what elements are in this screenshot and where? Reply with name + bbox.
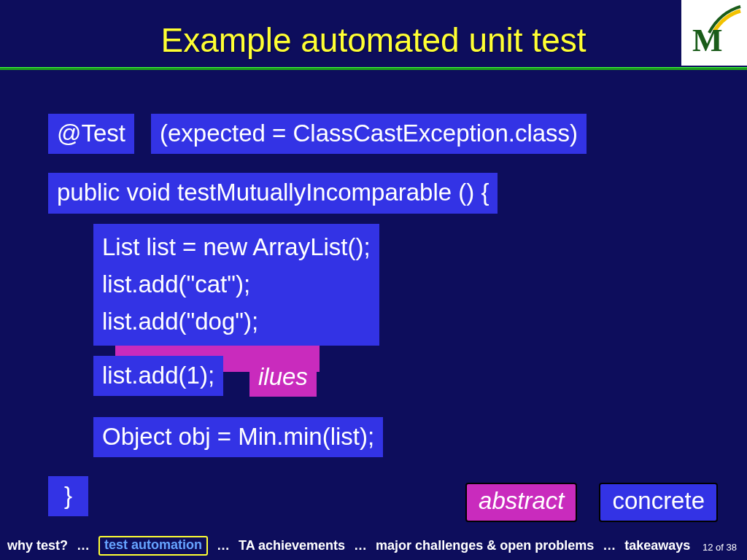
code-block-2: list.add(1); [93,356,223,396]
header-rule [0,67,747,70]
abstract-peek-text: ilues [249,359,317,397]
legend-abstract: abstract [465,483,577,522]
code-signature: public void testMutuallyIncomparable () … [48,173,498,213]
code-expected: (expected = ClassCastException.class) [151,114,587,154]
code-close-brace: } [48,476,88,516]
crumb-whytest: why test? [7,538,68,553]
legend-concrete: concrete [599,483,718,522]
crumb-ta-achievements: TA achievements [239,538,345,553]
code-block-3: Object obj = Min.min(list); [93,417,383,457]
crumb-sep: … [603,538,616,553]
code-row-annotation: @Test (expected = ClassCastException.cla… [48,114,747,154]
crumb-sep: … [77,538,90,553]
slide-title: Example automated unit test [0,0,747,60]
code-row-block2: ilues list.add(1); [93,356,747,397]
crumb-sep: … [217,538,230,553]
code-block-1: List list = new ArrayList(); list.add("c… [93,224,379,346]
code-row-block1: List list = new ArrayList(); list.add("c… [93,224,747,346]
code-row-signature: public void testMutuallyIncomparable () … [48,173,747,213]
crumb-sep: … [354,538,367,553]
crumb-takeaways: takeaways [624,538,690,553]
legend: abstract concrete [465,483,718,522]
crumb-challenges: major challenges & open problems [376,538,594,553]
crumb-test-automation: test automation [98,536,208,556]
slide-header: Example automated unit test M [0,0,747,70]
breadcrumb-footer: why test? … test automation … TA achieve… [0,536,747,556]
page-number: 12 of 38 [703,542,737,553]
code-row-block3: Object obj = Min.min(list); [93,417,747,457]
logo-letter: M [692,22,723,59]
slide-content: @Test (expected = ClassCastException.cla… [0,95,747,516]
code-annotation: @Test [48,114,134,154]
university-logo: M [681,0,747,66]
